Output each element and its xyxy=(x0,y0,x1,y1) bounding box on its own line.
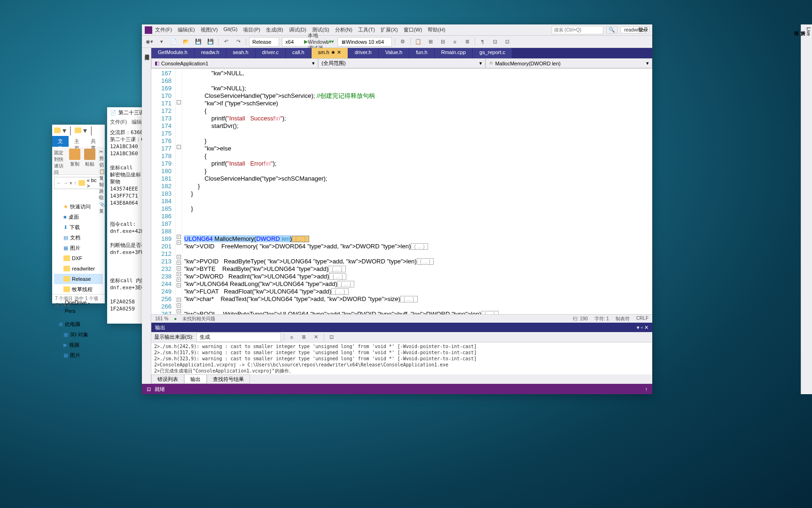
menu-item[interactable]: 生成(B) xyxy=(266,26,283,33)
menu-item[interactable]: 文件(F) xyxy=(155,26,172,33)
menu-item[interactable]: 扩展(X) xyxy=(381,26,398,33)
tb-icon[interactable]: ⚙ xyxy=(398,37,407,47)
file-tab[interactable]: driver.c xyxy=(256,48,286,58)
file-tab[interactable]: readw.h xyxy=(195,48,226,58)
undo-button[interactable]: ↶ xyxy=(221,37,231,47)
tab-errorlist[interactable]: 错误列表 xyxy=(151,374,184,384)
run-button[interactable]: ▷ ▾ xyxy=(325,37,335,47)
tab-findsymbol[interactable]: 查找符号结果 xyxy=(207,374,250,384)
tree-item[interactable]: ▶视频 xyxy=(54,340,103,350)
new-button[interactable]: 📄 xyxy=(169,37,179,47)
vs-editor[interactable]: 1671681691701711721731741751761771781791… xyxy=(151,69,652,314)
vs-right-panels[interactable]: Live 解决方 属性 xyxy=(801,24,812,394)
file-tab[interactable]: fun.h xyxy=(409,48,434,58)
tree-quick-access[interactable]: ★快速访问 xyxy=(54,201,103,212)
menu-item[interactable]: 工具(T) xyxy=(358,26,375,33)
tb-icon[interactable]: ¶ xyxy=(478,37,487,47)
tab-file[interactable]: 文件 xyxy=(52,136,69,147)
tb-icon[interactable]: ≣ xyxy=(462,37,472,47)
vs-menu: 文件(F)编辑(E)视图(V)Git(G)项目(P)生成(B)调试(D)测试(S… xyxy=(155,26,445,33)
explorer-titlebar[interactable]: ▾ │ ▾ │ xyxy=(52,125,105,136)
file-tab[interactable]: seah.h xyxy=(226,48,256,58)
output-title[interactable]: 输出 ▾ ▫ ✕ xyxy=(151,323,652,332)
menu-item[interactable]: 编辑(E) xyxy=(178,26,195,33)
tb-icon[interactable]: ⊞ xyxy=(426,37,435,47)
vs-left-sidebar[interactable]: 服务器资源管理器 工具箱 xyxy=(142,48,151,384)
open-button[interactable]: 📂 xyxy=(181,37,191,47)
tb-icon[interactable]: ✕ xyxy=(312,333,321,342)
file-tab[interactable]: GetModule.h xyxy=(151,48,195,58)
tree-item[interactable]: ▤文档 xyxy=(54,232,103,243)
output-body[interactable]: 2>./sm.h(242,9): warning : cast to small… xyxy=(151,342,652,374)
tree-item[interactable]: ■桌面 xyxy=(54,212,103,222)
shortcut-button[interactable]: 📎 复 xyxy=(99,201,105,214)
menu-item[interactable]: 帮助(H) xyxy=(428,26,445,33)
cut-button[interactable]: ✂ 剪切 xyxy=(99,149,105,168)
file-tab[interactable]: Value.h xyxy=(379,48,410,58)
star-icon: ★ xyxy=(63,202,68,211)
nav-member[interactable]: ⚛MallocMemory(DWORD len)▾ xyxy=(485,58,652,68)
explorer-breadcrumb[interactable]: ← → ▾ ↑ « bc > xyxy=(54,177,103,189)
tb-icon[interactable]: ⊡ xyxy=(502,37,512,47)
tb-icon[interactable]: ⊟ xyxy=(438,37,447,47)
tree-item-release[interactable]: Release xyxy=(54,274,103,284)
file-tab[interactable]: driver.h xyxy=(348,48,379,58)
tree-item[interactable]: ⬇下载 xyxy=(54,222,103,232)
code-area[interactable]: "kw">NULL, "kw">NULL); CloseServiceHandl… xyxy=(182,69,652,314)
tb-icon[interactable]: 📋 xyxy=(414,37,423,47)
save-button[interactable]: 💾 xyxy=(194,37,203,47)
copy-button[interactable]: 复制 xyxy=(69,149,80,173)
saveall-button[interactable]: 💾 xyxy=(206,37,215,47)
file-tab[interactable]: call.h xyxy=(286,48,312,58)
menu-item[interactable]: 调试(D) xyxy=(289,26,306,33)
login-link[interactable]: 登录 xyxy=(638,26,648,33)
menu-item[interactable]: Git(G) xyxy=(223,26,237,33)
debug-button[interactable]: ▶ 本地 Windows 调试器 ▾ xyxy=(313,37,322,47)
menu-file[interactable]: 文件(F) xyxy=(110,119,127,126)
config-select[interactable]: Release xyxy=(249,37,279,47)
nav-scope[interactable]: (全局范围)▾ xyxy=(318,58,485,68)
file-tab[interactable]: Rmain.cpp xyxy=(435,48,473,58)
search-input[interactable] xyxy=(552,26,603,34)
output-source-select[interactable]: 生成 xyxy=(196,333,281,342)
notepad-icon: 📄 xyxy=(110,110,117,116)
file-tab[interactable]: gs_report.c xyxy=(473,48,512,58)
back-button[interactable]: ◉▾ xyxy=(145,37,154,47)
tb-icon[interactable]: ≡ xyxy=(287,333,297,342)
tree-item[interactable]: ▦3D 对象 xyxy=(54,329,103,340)
tab-output[interactable]: 输出 xyxy=(184,374,207,384)
tab-home[interactable]: 主页 xyxy=(69,136,85,147)
explorer-ribbon-tabs: 文件 主页 共享 查 xyxy=(52,136,105,147)
search-button[interactable]: 🔍 xyxy=(606,26,617,34)
vs-logo-icon xyxy=(145,26,152,34)
vs-titlebar[interactable]: 文件(F)编辑(E)视图(V)Git(G)项目(P)生成(B)调试(D)测试(S… xyxy=(142,24,652,36)
nav-project[interactable]: ◧ConsoleApplication1▾ xyxy=(151,58,318,68)
tree-item[interactable]: ▦图片 xyxy=(54,350,103,360)
paste-button[interactable]: 粘贴 xyxy=(84,149,95,173)
status-icon: ⊡ xyxy=(147,386,151,392)
panel-properties: 属性 xyxy=(793,27,799,391)
tree-item[interactable]: DXF xyxy=(54,253,103,263)
tree-item[interactable]: ▦图片 xyxy=(54,243,103,253)
menu-item[interactable]: 分析(N) xyxy=(335,26,352,33)
tree-item[interactable]: 牧草线程 xyxy=(54,284,103,294)
tab-share[interactable]: 共享 xyxy=(85,136,102,147)
pin-button[interactable]: 固定到快速访问 xyxy=(54,149,65,173)
file-tab[interactable]: sm.h ★ ✕ xyxy=(312,48,348,58)
tree-item[interactable]: readwriter xyxy=(54,263,103,274)
tb-icon[interactable]: ⊡ xyxy=(327,333,336,342)
zoom-level[interactable]: 161 % xyxy=(155,316,168,321)
status-up-icon[interactable]: ↑ xyxy=(645,386,648,392)
menu-item[interactable]: 视图(V) xyxy=(201,26,218,33)
panel-controls[interactable]: ▾ ▫ ✕ xyxy=(637,325,648,331)
menu-item[interactable]: 窗口(W) xyxy=(404,26,422,33)
tb-icon[interactable]: ≣ xyxy=(299,333,309,342)
tb-icon[interactable]: ≡ xyxy=(450,37,460,47)
forward-button[interactable]: ▾ xyxy=(157,37,166,47)
tree-thispc[interactable]: 🖥此电脑 xyxy=(54,319,103,329)
target-select[interactable]: 🖥 Windows 10 x64 xyxy=(337,37,392,47)
tb-icon[interactable]: ⊡ xyxy=(490,37,500,47)
folder-icon xyxy=(54,127,61,133)
menu-item[interactable]: 项目(P) xyxy=(243,26,260,33)
redo-button[interactable]: ↷ xyxy=(234,37,243,47)
